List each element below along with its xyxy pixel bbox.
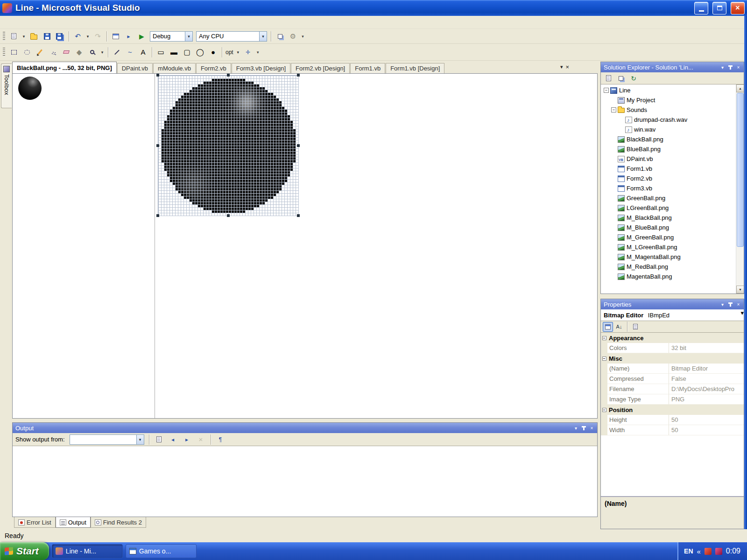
output-source-combo[interactable]: ▾	[70, 434, 144, 445]
close-document-button[interactable]: ×	[566, 63, 570, 70]
document-tab[interactable]: Form2.vb [Design]	[291, 63, 350, 73]
chevron-down-icon[interactable]: ▾	[136, 435, 144, 444]
resize-handle-s[interactable]	[227, 214, 230, 217]
document-tab[interactable]: Form1.vb	[350, 63, 385, 73]
collapse-icon[interactable]: −	[602, 408, 606, 412]
document-tab[interactable]: DPaint.vb	[117, 63, 153, 73]
word-wrap-button[interactable]: ¶	[214, 434, 227, 445]
tree-item[interactable]: − BlueBall.png	[601, 144, 736, 154]
property-row[interactable]: − Colors 32 bit	[601, 343, 744, 353]
undo-button[interactable]: ↶	[71, 30, 84, 42]
taskbar-task[interactable]: Line - Mi...	[52, 544, 123, 558]
property-value[interactable]: False	[669, 374, 744, 384]
fill-tool[interactable]: ◆	[73, 46, 85, 58]
resize-handle-sw[interactable]	[156, 214, 159, 217]
document-tab[interactable]: Form1.vb [Design]	[386, 63, 444, 73]
rect-select-tool[interactable]	[7, 46, 20, 58]
maximize-button[interactable]	[712, 2, 726, 14]
minimize-button[interactable]	[694, 2, 708, 14]
debug-config-combo[interactable]: Debug ▾	[150, 31, 193, 42]
property-value[interactable]: Bitmap Editor	[669, 364, 744, 374]
tree-item[interactable]: − LGreenBall.png	[601, 203, 736, 213]
open-file-button[interactable]	[28, 30, 40, 42]
scroll-down-button[interactable]: ▾	[736, 286, 744, 294]
rect-outline-tool[interactable]: ▭	[155, 46, 167, 58]
ellipse-outline-tool[interactable]: ◯	[194, 46, 206, 58]
tree-item[interactable]: − Form1.vb	[601, 164, 736, 174]
tree-item[interactable]: − Form2.vb	[601, 174, 736, 183]
tree-item[interactable]: − M_MagentaBall.png	[601, 252, 736, 262]
tree-item[interactable]: − win.wav	[601, 125, 736, 134]
tree-item[interactable]: − DPaint.vb	[601, 154, 736, 164]
bitmap-preview-actual-size[interactable]	[18, 77, 42, 100]
property-row[interactable]: − Filename D:\MyDocs\DesktopPro	[601, 384, 744, 394]
tree-item[interactable]: − M_BlueBall.png	[601, 223, 736, 232]
resize-handle-nw[interactable]	[156, 74, 159, 77]
panel-tab[interactable]: Error List	[14, 517, 56, 528]
property-value[interactable]: 50	[669, 415, 744, 425]
toolbar-overflow-button[interactable]: ▾	[255, 46, 261, 58]
magnify-dropdown[interactable]: ▾	[99, 46, 106, 58]
properties-object-combo[interactable]: Bitmap Editor IBmpEd ▾	[601, 309, 744, 321]
tree-item[interactable]: − M_LGreenBall.png	[601, 242, 736, 252]
resize-handle-e[interactable]	[297, 144, 300, 147]
tree-expander-icon[interactable]: −	[604, 88, 609, 93]
start-debug-button[interactable]: ▶	[135, 30, 148, 42]
text-tool[interactable]: A	[137, 46, 149, 58]
tree-item[interactable]: − GreenBall.png	[601, 193, 736, 203]
tree-item[interactable]: − Line	[601, 85, 736, 95]
property-pages-button[interactable]	[630, 322, 641, 332]
toolbar-grip[interactable]	[3, 48, 5, 57]
property-value[interactable]: 50	[669, 425, 744, 435]
language-indicator[interactable]: EN	[684, 547, 693, 555]
resize-handle-w[interactable]	[156, 144, 159, 147]
scrollbar-thumb[interactable]	[737, 93, 744, 247]
tree-item[interactable]: − drumpad-crash.wav	[601, 115, 736, 125]
property-row[interactable]: − Width 50	[601, 425, 744, 435]
chevron-down-icon[interactable]: ▾	[740, 309, 744, 321]
tray-chevron-icon[interactable]: «	[697, 547, 701, 555]
save-all-button[interactable]	[54, 30, 66, 42]
save-button[interactable]	[41, 30, 53, 42]
tree-expander-icon[interactable]: −	[611, 107, 616, 112]
output-content[interactable]	[13, 446, 597, 517]
window-position-dropdown[interactable]: ▾	[719, 301, 726, 308]
platform-combo[interactable]: Any CPU ▾	[196, 31, 267, 42]
curve-tool[interactable]: ~	[124, 46, 136, 58]
tree-item[interactable]: − BlackBall.png	[601, 134, 736, 144]
pencil-tool[interactable]	[34, 46, 46, 58]
tray-notification-icon-1[interactable]	[705, 548, 712, 555]
redo-button[interactable]: ↷	[92, 30, 104, 42]
alphabetical-button[interactable]: A↓	[614, 322, 624, 332]
bitmap-zoom-canvas[interactable]	[158, 76, 299, 216]
airbrush-tool[interactable]	[47, 46, 59, 58]
property-row[interactable]: − Compressed False	[601, 374, 744, 384]
properties-window-button[interactable]: ⚙	[287, 30, 299, 42]
step-button[interactable]: ▸	[122, 30, 135, 42]
option-dropdown[interactable]: ▾	[235, 46, 241, 58]
ellipse-filled-tool[interactable]: ●	[207, 46, 219, 58]
prev-message-button[interactable]: ◂	[167, 434, 179, 445]
next-message-button[interactable]: ▸	[181, 434, 193, 445]
start-button[interactable]: Start	[0, 542, 49, 560]
toolbar-grip[interactable]	[3, 32, 5, 41]
property-row[interactable]: − Misc	[601, 353, 744, 364]
chevron-down-icon[interactable]: ▾	[259, 32, 267, 41]
rect-filled-tool[interactable]: ▬	[168, 46, 180, 58]
document-tab[interactable]: mModule.vb	[153, 63, 196, 73]
rounded-rect-tool[interactable]: ▢	[181, 46, 193, 58]
tree-item[interactable]: − Form3.vb	[601, 183, 736, 193]
document-tab[interactable]: Form2.vb	[196, 63, 231, 73]
resize-handle-ne[interactable]	[297, 74, 300, 77]
tree-item[interactable]: − M_GreenBall.png	[601, 232, 736, 242]
new-item-dropdown[interactable]: ▾	[21, 30, 27, 42]
show-all-files-button[interactable]	[615, 73, 627, 84]
panel-tab[interactable]: Output	[56, 517, 91, 528]
pan-tool[interactable]: ✛	[242, 46, 254, 58]
auto-hide-pin-button[interactable]	[726, 63, 734, 71]
undo-dropdown[interactable]: ▾	[85, 30, 91, 42]
auto-hide-pin-button[interactable]	[726, 301, 734, 308]
collapse-icon[interactable]: −	[602, 357, 606, 361]
toolbar-overflow-button[interactable]: ▾	[300, 30, 306, 42]
close-panel-button[interactable]: ×	[734, 301, 742, 308]
